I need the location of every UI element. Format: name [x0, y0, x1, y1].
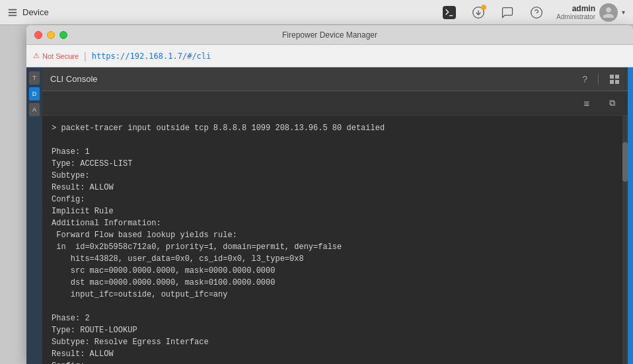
help-icon-btn[interactable] [527, 3, 546, 22]
admin-name: admin [572, 4, 595, 13]
terminal-icon-btn[interactable] [440, 3, 459, 22]
cli-scrollbar-thumb[interactable] [622, 142, 628, 182]
cli-toolbar: ≡ ⧉ [42, 91, 628, 116]
warning-icon: ⚠ [33, 52, 40, 60]
cli-help-icon[interactable]: ? [582, 74, 587, 85]
cli-terminal-output[interactable]: > packet-tracer input outside tcp 8.8.8.… [42, 116, 622, 364]
svg-point-5 [531, 7, 542, 18]
minimize-button[interactable] [47, 31, 55, 39]
address-bar-row: ⚠ Not Secure | https://192.168.1.7/#/cli [26, 45, 633, 67]
cli-header-actions: ? [582, 74, 620, 85]
maximize-button[interactable] [59, 31, 67, 39]
browser-window: Firepower Device Manager ⚠ Not Secure | … [26, 25, 633, 364]
svg-rect-0 [9, 9, 17, 10]
cli-copy-icon[interactable]: ⧉ [603, 94, 621, 112]
cli-scrollbar[interactable] [622, 116, 628, 364]
svg-rect-2 [9, 15, 17, 16]
sidebar-item-d[interactable]: D [29, 87, 40, 100]
terminal-area: > packet-tracer input outside tcp 8.8.8.… [42, 116, 628, 364]
chevron-down-icon: ▾ [622, 9, 625, 16]
update-icon-btn[interactable] [469, 3, 488, 22]
admin-section[interactable]: admin Administrator ▾ [556, 3, 625, 22]
cli-console-title: CLI Console [50, 74, 98, 84]
titlebar-right: admin Administrator ▾ [440, 3, 625, 22]
not-secure-indicator: ⚠ Not Secure [33, 52, 79, 60]
browser-titlebar: Firepower Device Manager [26, 25, 633, 45]
address-separator: | [84, 51, 87, 61]
admin-role: Administrator [556, 13, 595, 20]
app-title: Device [22, 7, 49, 17]
sidebar-item-a[interactable]: A [29, 103, 40, 116]
right-accent-panel [628, 67, 633, 364]
admin-text: admin Administrator [556, 4, 595, 20]
left-sidebar: T D A [26, 67, 42, 364]
svg-rect-10 [615, 80, 619, 84]
cli-sort-icon[interactable]: ≡ [577, 94, 596, 112]
cli-divider [598, 74, 599, 85]
notification-badge [481, 5, 486, 10]
message-icon-btn[interactable] [498, 3, 517, 22]
url-display[interactable]: https://192.168.1.7/#/cli [92, 52, 211, 61]
titlebar-left: Device [8, 7, 49, 17]
traffic-lights [34, 31, 67, 39]
cli-header: CLI Console ? [42, 67, 628, 91]
svg-rect-8 [615, 75, 619, 79]
cli-console: CLI Console ? [42, 67, 628, 364]
device-menu-icon[interactable] [8, 8, 17, 17]
close-button[interactable] [34, 31, 42, 39]
cli-grid-icon[interactable] [609, 74, 620, 85]
svg-rect-1 [9, 12, 17, 13]
sidebar-item-t[interactable]: T [29, 71, 40, 85]
not-secure-label: Not Secure [42, 52, 79, 60]
browser-title: Firepower Device Manager [282, 30, 377, 40]
mac-titlebar: Device [0, 0, 633, 25]
svg-rect-7 [610, 75, 614, 79]
avatar [599, 3, 618, 22]
svg-rect-9 [610, 80, 614, 84]
